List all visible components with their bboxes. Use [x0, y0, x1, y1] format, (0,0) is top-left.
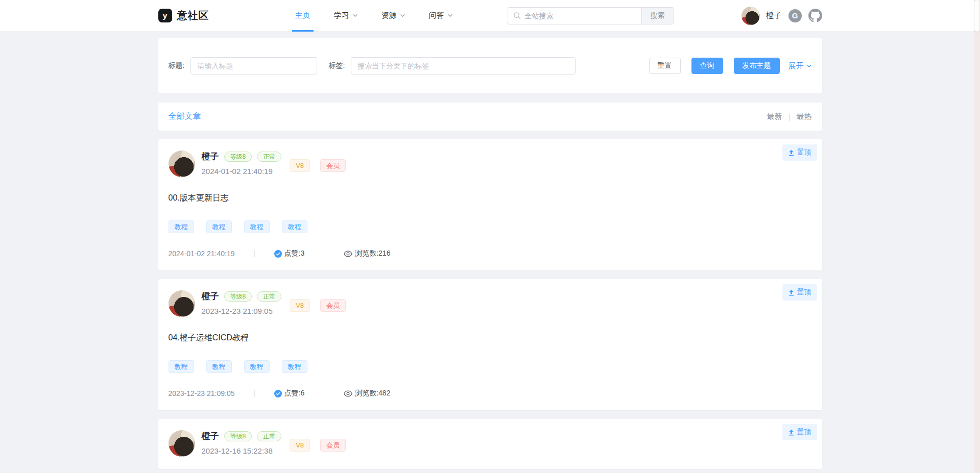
user-name[interactable]: 橙子 [767, 11, 782, 20]
brand[interactable]: y 意社区 [158, 9, 209, 22]
scrollbar-track[interactable] [974, 0, 980, 473]
tag-chip[interactable]: 教程 [206, 220, 232, 233]
nav-item-home[interactable]: 主页 [295, 0, 310, 32]
tag-chip[interactable]: 教程 [169, 220, 194, 233]
all-articles-tab[interactable]: 全部文章 [169, 111, 201, 122]
pin-top-icon [788, 150, 795, 156]
post-footer: 2023-12-23 21:09:05 点赞:6 浏览数:482 [169, 389, 812, 398]
status-badge: 正常 [257, 291, 281, 302]
post-date: 2024-01-02 21:40:19 [169, 250, 235, 258]
chevron-down-icon [806, 63, 812, 69]
chevron-down-icon [352, 13, 358, 18]
main-content: 标题: 标签: 重置 查询 发布主题 展开 全部文章 最新 | 最热 置顶 [158, 38, 822, 469]
pin-button[interactable]: 置顶 [782, 144, 817, 161]
title-filter-input[interactable] [190, 57, 317, 74]
level-badge: 等级8 [224, 152, 252, 162]
post-card[interactable]: 置顶 橙子 等级8 正常 2024-01-02 21:40:19 V8 会员 0… [158, 139, 822, 270]
tag-chip[interactable]: 教程 [244, 220, 270, 233]
avatar[interactable] [742, 7, 760, 25]
vip-badge: V8 [290, 439, 310, 452]
nav-item-qa[interactable]: 问答 [429, 0, 453, 32]
tag-chip[interactable]: 教程 [282, 220, 307, 233]
gitee-icon[interactable]: G [788, 9, 802, 22]
filter-bar: 标题: 标签: 重置 查询 发布主题 展开 [158, 38, 822, 93]
filter-actions: 重置 查询 发布主题 展开 [649, 58, 812, 74]
author-name[interactable]: 橙子 [202, 151, 219, 162]
reset-button[interactable]: 重置 [649, 58, 681, 74]
level-badge: 等级8 [224, 291, 252, 302]
tag-chip[interactable]: 教程 [282, 360, 307, 373]
post-date: 2023-12-23 21:09:05 [169, 389, 235, 397]
divider [324, 390, 324, 397]
pin-button[interactable]: 置顶 [782, 424, 817, 440]
site-title: 意社区 [177, 9, 209, 22]
search-input[interactable] [525, 12, 636, 20]
author-name[interactable]: 橙子 [202, 290, 219, 302]
tags-row: 教程 教程 教程 教程 [169, 360, 812, 373]
like-check-icon [274, 250, 282, 258]
views-stat: 浏览数:216 [344, 249, 390, 258]
sort-hottest[interactable]: 最热 [797, 112, 812, 121]
tag-chip[interactable]: 教程 [244, 360, 270, 373]
nav-item-learn[interactable]: 学习 [334, 0, 358, 32]
likes-stat: 点赞:6 [274, 389, 305, 398]
tags-row: 教程 教程 教程 教程 [169, 220, 812, 233]
post-title[interactable]: 04.橙子运维CICD教程 [169, 333, 812, 343]
status-badge: 正常 [257, 152, 281, 162]
author-row: 橙子 等级8 正常 2023-12-16 15:22:38 V8 会员 [169, 430, 812, 457]
tag-chip[interactable]: 教程 [206, 360, 232, 373]
publish-topic-button[interactable]: 发布主题 [734, 58, 780, 74]
tag-chip[interactable]: 教程 [169, 360, 194, 373]
author-avatar[interactable] [169, 151, 195, 177]
likes-count: 点赞:3 [284, 249, 305, 258]
member-badge: 会员 [320, 159, 346, 172]
search-input-box [508, 7, 641, 24]
sort-separator: | [788, 113, 791, 121]
expand-toggle[interactable]: 展开 [788, 61, 812, 71]
post-card[interactable]: 置顶 橙子 等级8 正常 2023-12-23 21:09:05 V8 会员 0… [158, 279, 822, 410]
nav-label-qa: 问答 [429, 11, 444, 20]
tag-filter-input[interactable] [351, 57, 576, 74]
sort-group: 最新 | 最热 [767, 112, 812, 121]
top-header: y 意社区 主页 学习 资源 问答 搜索 [0, 0, 980, 32]
search-button[interactable]: 搜索 [641, 7, 674, 24]
pin-top-icon [788, 429, 795, 436]
pin-top-icon [788, 289, 795, 296]
author-avatar[interactable] [169, 290, 195, 317]
list-header-bar: 全部文章 最新 | 最热 [158, 103, 822, 131]
title-filter-label: 标题: [169, 61, 185, 70]
nav-label-learn: 学习 [334, 11, 349, 20]
author-badges: V8 会员 [290, 159, 346, 172]
author-info: 橙子 等级8 正常 2023-12-23 21:09:05 [202, 290, 282, 315]
status-badge: 正常 [257, 431, 281, 441]
author-row: 橙子 等级8 正常 2024-01-02 21:40:19 V8 会员 [169, 151, 812, 177]
site-logo-icon: y [158, 9, 172, 22]
chevron-down-icon [400, 13, 405, 18]
chevron-down-icon [447, 13, 453, 18]
scrollbar-thumb[interactable] [974, 0, 979, 32]
post-created-date: 2024-01-02 21:40:19 [202, 167, 282, 176]
author-avatar[interactable] [169, 430, 195, 457]
post-title[interactable]: 00.版本更新日志 [169, 193, 812, 204]
views-count: 浏览数:482 [355, 389, 390, 398]
header-inner: y 意社区 主页 学习 资源 问答 搜索 [158, 0, 822, 31]
github-icon[interactable] [808, 9, 822, 22]
divider [254, 250, 255, 257]
eye-icon [344, 390, 352, 397]
tag-filter-label: 标签: [328, 61, 345, 70]
pin-label: 置顶 [797, 288, 811, 297]
pin-button[interactable]: 置顶 [782, 284, 817, 301]
author-name[interactable]: 橙子 [202, 430, 219, 442]
member-badge: 会员 [320, 299, 346, 312]
sort-newest[interactable]: 最新 [767, 112, 782, 121]
nav-item-resources[interactable]: 资源 [381, 0, 405, 32]
author-badges: V8 会员 [290, 299, 346, 312]
pin-label: 置顶 [797, 148, 811, 157]
level-badge: 等级8 [224, 431, 252, 441]
author-badges: V8 会员 [290, 439, 346, 452]
user-area: 橙子 G [742, 7, 822, 25]
views-stat: 浏览数:482 [344, 389, 390, 398]
query-button[interactable]: 查询 [691, 58, 723, 74]
author-info: 橙子 等级8 正常 2023-12-16 15:22:38 [202, 430, 282, 455]
post-card[interactable]: 置顶 橙子 等级8 正常 2023-12-16 15:22:38 V8 会员 [158, 419, 822, 469]
